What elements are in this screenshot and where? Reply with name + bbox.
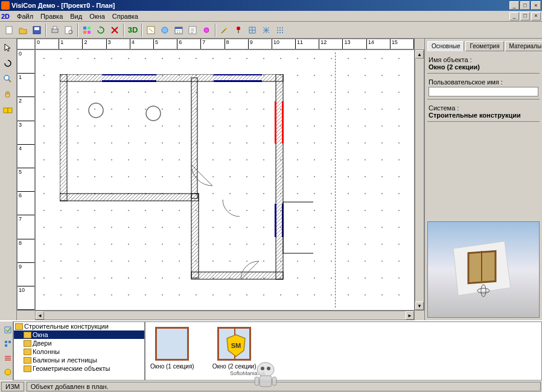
new-button[interactable] (2, 24, 16, 37)
ruler-v-tick: 4 (18, 145, 34, 168)
tree-tool-c[interactable] (1, 352, 14, 364)
scroll-down-button[interactable]: ▼ (415, 302, 424, 310)
object-preview[interactable] (427, 221, 540, 318)
svg-rect-8 (88, 27, 91, 30)
shield-icon: SM (224, 334, 248, 358)
svg-rect-36 (191, 78, 197, 198)
object-name-label: Имя объекта : (429, 56, 538, 63)
pushpin-button[interactable] (232, 24, 245, 37)
ruler-h-tick: 11 (296, 39, 319, 49)
tab-geometry[interactable]: Геометрия (465, 41, 503, 51)
ruler-h-tick: 4 (130, 39, 154, 49)
menu-edit[interactable]: Правка (37, 12, 66, 21)
tree-item-balconies[interactable]: Балконы и лестницы (14, 356, 144, 364)
tool-e-button[interactable] (200, 24, 213, 37)
minimize-button[interactable]: _ (509, 1, 519, 10)
pattern-b-button[interactable] (260, 24, 273, 37)
grid-button[interactable] (273, 24, 287, 37)
scroll-h-track[interactable] (44, 311, 406, 320)
drawing-canvas[interactable] (35, 49, 415, 311)
ruler-h-tick: 3 (107, 39, 130, 49)
svg-point-25 (279, 32, 281, 33)
svg-rect-2 (34, 27, 39, 30)
svg-point-21 (277, 30, 278, 31)
floor-plan-drawing (60, 74, 313, 291)
pattern-a-button[interactable] (246, 24, 259, 37)
tool-d-button[interactable] (186, 24, 199, 37)
mdi-minimize-button[interactable]: _ (509, 12, 519, 21)
svg-point-27 (4, 75, 9, 80)
tree-item-windows[interactable]: Окна (14, 330, 144, 339)
mdi-maximize-button[interactable]: □ (520, 12, 530, 21)
svg-point-58 (5, 369, 11, 375)
svg-rect-45 (283, 202, 313, 253)
scroll-left-button[interactable]: ◄ (36, 311, 44, 320)
ruler-v-tick: 3 (18, 121, 34, 145)
svg-rect-10 (88, 31, 91, 34)
tree-item-doors[interactable]: Двери (14, 339, 144, 347)
ruler-v-tick: 6 (18, 192, 34, 215)
tab-main[interactable]: Основные (427, 41, 464, 51)
catalog-tree[interactable]: Строительные конструкции Окна Двери Коло… (13, 321, 145, 381)
open-button[interactable] (16, 24, 30, 37)
delete-button[interactable] (108, 24, 121, 37)
svg-rect-0 (6, 27, 12, 34)
svg-point-22 (279, 30, 281, 31)
properties-panel: Основные Геометрия Материалы Имя объекта… (424, 39, 542, 320)
close-button[interactable]: × (531, 1, 541, 10)
catalog-label: Окно (2 секции) (212, 363, 257, 370)
scrollbar-vertical[interactable]: ▲ ▼ (415, 49, 424, 311)
scroll-up-button[interactable]: ▲ (415, 50, 424, 58)
folder-icon (24, 365, 31, 372)
scrollbar-horizontal[interactable]: ◄ ► (35, 311, 415, 320)
menu-view[interactable]: Вид (66, 12, 86, 21)
tree-root[interactable]: Строительные конструкции (14, 322, 144, 330)
main-toolbar: 3D (0, 22, 542, 39)
ruler-h-tick: 1 (59, 39, 83, 49)
tree-tool-b[interactable] (1, 338, 14, 350)
catalog-item-window-2[interactable]: SM Окно (2 секции) (212, 327, 257, 375)
catalog-item-window-1[interactable]: Окно (1 секция) (150, 327, 194, 375)
tool-c-button[interactable] (158, 24, 171, 37)
tree-item-geometry[interactable]: Геометрические объекты (14, 364, 144, 373)
calendar-button[interactable] (172, 24, 185, 37)
watermark-text: SoftoMania.ua (230, 370, 265, 376)
tool-b-button[interactable] (144, 24, 158, 37)
zoom-tool[interactable] (1, 72, 14, 86)
save-button[interactable] (30, 24, 43, 37)
rotate-tool[interactable] (1, 57, 14, 70)
svg-rect-39 (214, 74, 262, 75)
svg-point-12 (162, 27, 168, 33)
mdi-close-button[interactable]: × (531, 12, 541, 21)
svg-rect-56 (8, 341, 11, 343)
mode-2d-label: 2D (1, 13, 10, 20)
print-preview-button[interactable] (62, 24, 75, 37)
svg-point-23 (282, 30, 283, 31)
menu-file[interactable]: Файл (13, 12, 37, 21)
menu-windows[interactable]: Окна (86, 12, 109, 21)
ruler-v-tick: 2 (18, 97, 34, 121)
print-button[interactable] (48, 24, 62, 37)
folder-icon (24, 332, 31, 338)
rotate-button[interactable] (94, 24, 107, 37)
svg-rect-9 (83, 31, 86, 34)
user-name-input[interactable] (429, 87, 538, 96)
tree-item-columns[interactable]: Колонны (14, 347, 144, 356)
select-tool[interactable] (1, 41, 14, 54)
left-toolbar (0, 39, 17, 320)
scroll-right-button[interactable]: ► (406, 311, 414, 320)
wand-button[interactable] (218, 24, 231, 37)
tree-tool-d[interactable] (1, 367, 14, 379)
scroll-v-track[interactable] (415, 58, 424, 302)
view-3d-button[interactable]: 3D (126, 24, 139, 37)
svg-point-17 (237, 27, 240, 30)
tool-a-button[interactable] (80, 24, 94, 37)
tree-tool-a[interactable] (1, 324, 14, 336)
maximize-button[interactable]: □ (520, 1, 530, 10)
svg-rect-42 (282, 101, 284, 144)
pan-tool[interactable] (1, 88, 14, 101)
measure-tool[interactable] (1, 104, 14, 117)
svg-rect-31 (60, 74, 67, 201)
tab-materials[interactable]: Материалы (505, 41, 542, 51)
menu-help[interactable]: Справка (109, 12, 142, 21)
